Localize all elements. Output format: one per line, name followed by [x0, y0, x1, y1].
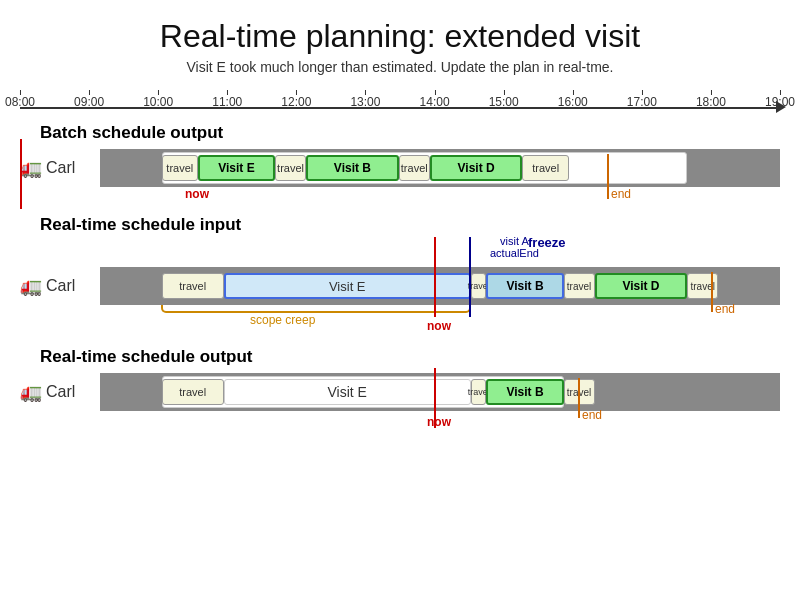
input-truck-icon: 🚛	[20, 275, 42, 297]
input-now-label: now	[427, 319, 451, 333]
batch-travel-3: travel	[399, 155, 430, 181]
batch-gantt: travel Visit E travel Visit B travel Vis…	[100, 149, 780, 187]
input-scope-creep-label: scope creep	[250, 313, 315, 327]
input-carl-label: 🚛 Carl	[20, 275, 100, 297]
input-travel-3: travel	[564, 273, 595, 299]
input-gantt: travel Visit E travel Visit B travel Vis…	[100, 267, 780, 305]
batch-visit-b: Visit B	[306, 155, 399, 181]
batch-end-label: end	[611, 187, 631, 201]
input-section: Real-time schedule input visit A actualE…	[20, 215, 780, 337]
output-section: Real-time schedule output 🚛 Carl travel …	[20, 347, 780, 433]
timeline-axis: 08:00 09:00 10:00 11:00 12:00 13:00 14:0…	[20, 89, 780, 113]
batch-truck-icon: 🚛	[20, 157, 42, 179]
output-gantt: travel Visit E travel Visit B travel	[100, 373, 780, 411]
batch-now-line	[20, 139, 22, 209]
page-subtitle: Visit E took much longer than estimated.…	[0, 59, 800, 75]
batch-travel-2: travel	[275, 155, 306, 181]
batch-now-label: now	[185, 187, 209, 201]
output-end-label: end	[582, 408, 602, 422]
input-freeze-line	[469, 237, 471, 317]
output-now-label: now	[427, 415, 451, 429]
batch-header: Batch schedule output	[40, 123, 780, 143]
page-title: Real-time planning: extended visit	[0, 0, 800, 55]
batch-visit-e: Visit E	[198, 155, 275, 181]
input-end-line	[711, 272, 713, 312]
input-visit-b: Visit B	[486, 273, 563, 299]
output-travel-2: travel	[471, 379, 486, 405]
batch-section: Batch schedule output 🚛 Carl travel Visi…	[20, 123, 780, 205]
output-end-line	[578, 378, 580, 418]
input-visit-d: Visit D	[595, 273, 688, 299]
output-travel-1: travel	[162, 379, 224, 405]
input-travel-2: travel	[471, 273, 486, 299]
output-now-line	[434, 368, 436, 428]
input-header: Real-time schedule input	[40, 215, 780, 235]
batch-travel-4: travel	[522, 155, 568, 181]
batch-travel-1: travel	[162, 155, 198, 181]
batch-visit-d: Visit D	[430, 155, 523, 181]
input-now-line	[434, 237, 436, 317]
output-carl-label: 🚛 Carl	[20, 381, 100, 403]
axis-arrow	[776, 101, 786, 113]
input-freeze-label: freeze	[528, 235, 566, 250]
input-travel-1: travel	[162, 273, 224, 299]
output-truck-icon: 🚛	[20, 381, 42, 403]
input-travel-4: travel	[687, 273, 718, 299]
batch-end-line	[607, 154, 609, 199]
input-end-label: end	[715, 302, 735, 316]
output-visit-b: Visit B	[486, 379, 563, 405]
batch-carl-label: 🚛 Carl	[20, 157, 100, 179]
output-header: Real-time schedule output	[40, 347, 780, 367]
axis-line	[20, 107, 780, 109]
